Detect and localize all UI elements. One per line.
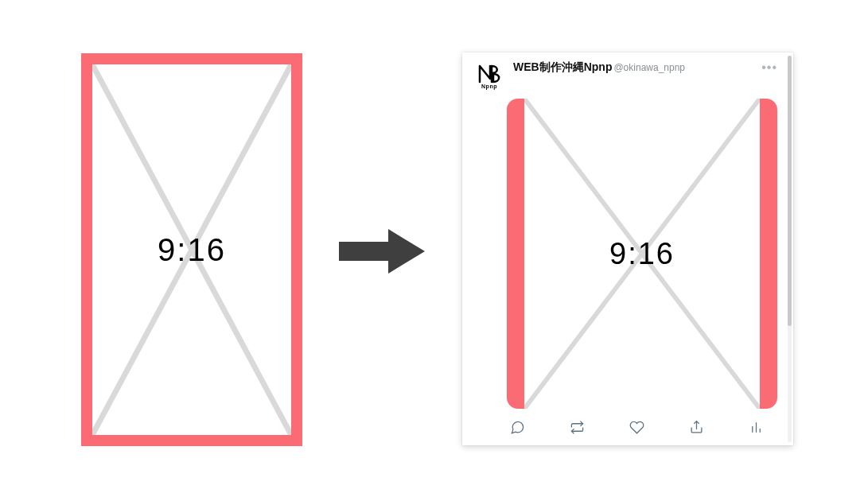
tweet-media[interactable]: 9:16 — [507, 99, 777, 409]
arrow-icon — [339, 226, 426, 277]
tweet-header: Npnp WEB制作沖縄Npnp @okinawa_npnp ••• — [462, 52, 788, 97]
analytics-icon[interactable] — [745, 417, 766, 437]
tweet-actions — [462, 409, 788, 445]
diagram-stage: 9:16 Npnp WEB制作沖縄Npnp @okin — [0, 0, 868, 501]
original-9-16-image: 9:16 — [81, 53, 302, 446]
pillarbox-left — [507, 99, 524, 409]
pillarbox-right — [760, 99, 777, 409]
like-icon[interactable] — [626, 417, 647, 437]
display-name[interactable]: WEB制作沖縄Npnp — [513, 60, 612, 75]
scrollbar-thumb[interactable] — [788, 56, 792, 326]
ratio-label-left: 9:16 — [92, 64, 291, 435]
reply-icon[interactable] — [507, 417, 527, 437]
svg-marker-2 — [339, 229, 425, 274]
share-icon[interactable] — [686, 417, 706, 437]
media-white-center: 9:16 — [524, 99, 760, 409]
avatar-text: Npnp — [481, 84, 497, 89]
ratio-label-media: 9:16 — [524, 99, 760, 409]
more-icon[interactable]: ••• — [757, 60, 777, 75]
handle[interactable]: @okinawa_npnp — [613, 62, 685, 73]
scrollbar-track[interactable] — [788, 56, 792, 442]
tweet-card: Npnp WEB制作沖縄Npnp @okinawa_npnp ••• — [462, 52, 793, 445]
original-inner: 9:16 — [92, 64, 291, 435]
avatar[interactable]: Npnp — [473, 60, 505, 92]
retweet-icon[interactable] — [566, 417, 587, 437]
name-line: WEB制作沖縄Npnp @okinawa_npnp — [513, 60, 757, 75]
